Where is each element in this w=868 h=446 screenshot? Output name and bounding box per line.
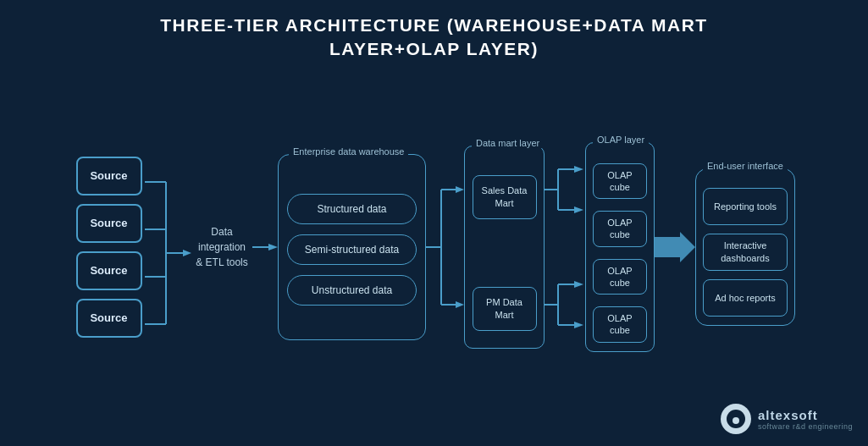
mart-olap-connector bbox=[545, 146, 585, 349]
olap-layer: OLAP layer OLAP cube OLAP cube OLAP cube… bbox=[585, 142, 655, 352]
eui-item-2: Interactive dashboards bbox=[703, 234, 788, 271]
edw-item-2: Semi-structured data bbox=[287, 234, 417, 265]
altex-name: altexsoft bbox=[758, 408, 853, 422]
olap-box-2: OLAP cube bbox=[593, 211, 647, 247]
svg-marker-26 bbox=[574, 322, 583, 328]
olap-box-1: OLAP cube bbox=[593, 163, 647, 200]
mart-box-1: Sales Data Mart bbox=[473, 175, 537, 219]
page-container: THREE-TIER ARCHITECTURE (WAREHOUSE+DATA … bbox=[0, 0, 868, 446]
svg-marker-18 bbox=[574, 166, 583, 173]
connector-svg bbox=[145, 158, 191, 336]
svg-marker-24 bbox=[574, 281, 583, 288]
source-box-4: Source bbox=[76, 299, 142, 338]
eui-label: End-user interface bbox=[703, 161, 788, 171]
edw-label: Enterprise data warehouse bbox=[289, 146, 408, 157]
edw-container: Enterprise data warehouse Structured dat… bbox=[278, 154, 426, 340]
svg-marker-6 bbox=[183, 250, 191, 256]
etl-arrow bbox=[252, 239, 278, 256]
diagram: Source Source Source Source bbox=[0, 65, 868, 429]
olap-box-3: OLAP cube bbox=[593, 259, 647, 295]
eui-item-3: Ad hoc reports bbox=[703, 279, 788, 317]
altex-text: altexsoft software r&d engineering bbox=[758, 408, 853, 431]
altexsoft-logo: altexsoft software r&d engineering bbox=[721, 404, 853, 434]
page-title: THREE-TIER ARCHITECTURE (WAREHOUSE+DATA … bbox=[0, 0, 868, 65]
olap-box-4: OLAP cube bbox=[593, 306, 647, 343]
mart-box-2: PM Data Mart bbox=[473, 287, 537, 331]
edw-item-1: Structured data bbox=[287, 194, 417, 224]
edw-mart-connector bbox=[426, 146, 464, 349]
datamart-layer: Data mart layer Sales Data Mart PM Data … bbox=[464, 146, 545, 349]
source-box-2: Source bbox=[76, 204, 142, 243]
altex-icon bbox=[721, 404, 751, 434]
svg-marker-14 bbox=[456, 301, 464, 308]
edw-item-3: Unstructured data bbox=[287, 275, 417, 306]
source-box-3: Source bbox=[76, 251, 142, 290]
svg-marker-8 bbox=[268, 244, 278, 251]
svg-marker-20 bbox=[574, 206, 583, 213]
svg-marker-27 bbox=[655, 232, 695, 262]
svg-marker-12 bbox=[456, 186, 464, 193]
eui-item-1: Reporting tools bbox=[703, 188, 788, 225]
etl-label: Data integration & ETL tools bbox=[191, 224, 252, 270]
olap-eui-arrow bbox=[655, 232, 695, 262]
datamart-label: Data mart layer bbox=[472, 138, 544, 148]
source-column: Source Source Source Source bbox=[73, 157, 145, 338]
altex-subtext: software r&d engineering bbox=[758, 422, 853, 431]
eui-container: End-user interface Reporting tools Inter… bbox=[695, 168, 795, 326]
source-etl-connector bbox=[145, 158, 191, 336]
olap-label: OLAP layer bbox=[593, 135, 649, 145]
source-box-1: Source bbox=[76, 157, 142, 195]
